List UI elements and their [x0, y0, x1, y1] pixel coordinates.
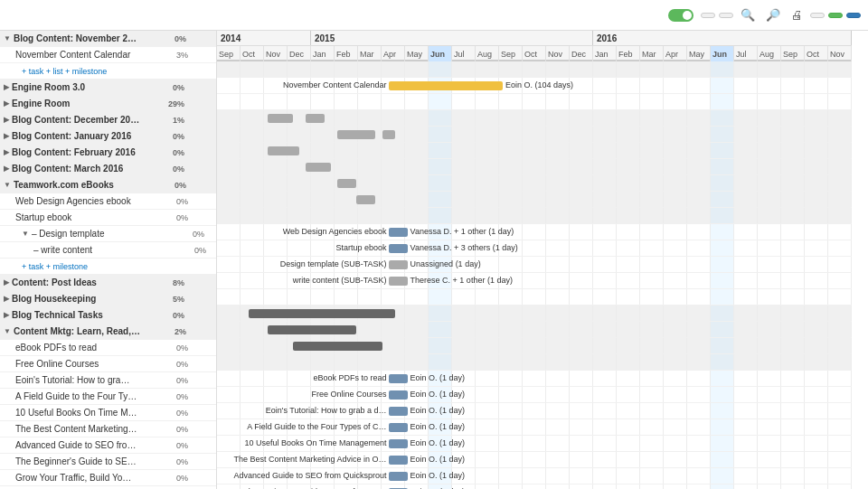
gantt-grid-cell: [593, 110, 617, 126]
task-row[interactable]: ▶ Blog Technical Tasks 0%: [0, 307, 216, 324]
help-button[interactable]: [810, 13, 825, 18]
gantt-grid-cell: [640, 127, 664, 142]
task-row[interactable]: eBook PDFs to read 0%: [0, 340, 216, 356]
gantt-grid-cell: [640, 240, 664, 256]
save-changes-button[interactable]: [828, 13, 843, 18]
gantt-grid-cell: [664, 110, 687, 126]
task-percent-label: 0%: [168, 213, 188, 222]
gantt-bar-label-right: Eoin O. (1 day): [410, 422, 466, 431]
gantt-grid-cell: [734, 257, 758, 272]
gantt-bar[interactable]: [389, 472, 408, 481]
task-row[interactable]: ▶ Engine Room 3.0 0%: [0, 80, 216, 96]
gantt-grid-cell: [358, 143, 382, 158]
gantt-bar[interactable]: [268, 146, 299, 155]
gantt-grid-cell: [687, 403, 711, 418]
gantt-bar[interactable]: [382, 130, 395, 139]
gantt-bar[interactable]: [389, 407, 408, 416]
gantt-grid-cell: [523, 354, 546, 370]
gantt-bar[interactable]: [389, 456, 408, 465]
gantt-grid-cell: [570, 403, 593, 418]
gantt-bar[interactable]: [389, 228, 408, 237]
task-row[interactable]: Advanced Guide to SEO fro… 0%: [0, 437, 216, 454]
gantt-bar[interactable]: [389, 260, 408, 269]
show-all-button[interactable]: [719, 13, 733, 18]
task-row[interactable]: Eoin's Tutorial: How to gra… 0%: [0, 372, 216, 389]
gantt-grid-cell: [546, 159, 570, 174]
gantt-bar[interactable]: [293, 342, 382, 351]
task-row[interactable]: ▼ Teamwork.com eBooks 0%: [0, 177, 216, 193]
gantt-bar[interactable]: [268, 114, 293, 123]
show-completed-button[interactable]: [701, 13, 715, 18]
gantt-grid-cell: [640, 436, 664, 451]
gantt-grid-cell: [805, 257, 828, 272]
gantt-panel[interactable]: 201420152016SepOctNovDecJanFebMarAprMayJ…: [217, 31, 868, 489]
gantt-grid-cell: [664, 159, 687, 174]
gantt-bar[interactable]: [356, 195, 375, 204]
task-row[interactable]: Startup ebook 0%: [0, 210, 216, 226]
task-row[interactable]: A Field Guide to the Four Ty… 0%: [0, 389, 216, 405]
print-icon[interactable]: 🖨: [788, 6, 807, 24]
gantt-grid-cell: [217, 322, 241, 337]
gantt-bar[interactable]: [306, 114, 325, 123]
gantt-month-label: Sep: [499, 46, 523, 61]
task-percent-label: 0%: [168, 425, 188, 434]
task-row[interactable]: ▼ Blog Content: November 2… 0%: [0, 31, 216, 47]
task-row[interactable]: ▶ Blog Housekeeping 5%: [0, 291, 216, 307]
gantt-bar[interactable]: [389, 423, 408, 432]
task-row[interactable]: Free Online Courses 0%: [0, 356, 216, 372]
gantt-grid-cell: [405, 208, 429, 223]
task-row[interactable]: ▶ Content: Post Ideas 8%: [0, 275, 216, 291]
search-icon[interactable]: 🔍: [737, 6, 759, 24]
gantt-grid-cell: [781, 208, 805, 223]
task-row[interactable]: ▶ Engine Room 29%: [0, 96, 216, 112]
gantt-bar[interactable]: [337, 179, 356, 188]
gantt-row: [217, 322, 852, 338]
gantt-bar[interactable]: [337, 130, 375, 139]
task-row[interactable]: 10 Useful Books On Time M… 0%: [0, 405, 216, 421]
gantt-grid-cell: [593, 61, 617, 77]
gantt-grid-cell: [781, 143, 805, 158]
gantt-grid-cell: [452, 110, 476, 126]
task-row[interactable]: ▼ Content Mktg: Learn, Read,… 2%: [0, 324, 216, 340]
gantt-bar[interactable]: [268, 325, 356, 334]
gantt-grid-cell: [664, 94, 687, 109]
task-row[interactable]: – write content 0%: [0, 242, 216, 259]
task-row[interactable]: ▶ Blog Content: March 2016 0%: [0, 161, 216, 177]
task-row[interactable]: The Best Content Marketing… 0%: [0, 421, 216, 437]
task-name-label: Eoin's Tutorial: How to gra…: [15, 375, 165, 385]
gantt-grid-cell: [640, 306, 664, 321]
task-row[interactable]: Grow Your Traffic, Build Yo… 0%: [0, 470, 216, 486]
zoom-out-icon[interactable]: 🔎: [762, 6, 784, 24]
task-row[interactable]: ▶ Blog Content: December 20… 1%: [0, 112, 216, 128]
gantt-grid-cell: [382, 208, 405, 223]
gantt-bar[interactable]: [249, 309, 394, 318]
task-row[interactable]: The Beginner's Guide to SE… 0%: [0, 454, 216, 470]
gantt-bar[interactable]: [389, 277, 408, 286]
gantt-grid-cell: [781, 289, 805, 305]
gantt-bar[interactable]: [389, 244, 408, 253]
autosave-toggle[interactable]: [668, 9, 693, 22]
gantt-bar[interactable]: [389, 81, 503, 90]
task-row[interactable]: ▶ Blog Content: February 2016 0%: [0, 145, 216, 161]
task-row[interactable]: November Content Calendar 3%: [0, 47, 216, 63]
gantt-grid-cell: [805, 419, 828, 435]
gantt-grid-cell: [781, 78, 805, 93]
task-row[interactable]: ▼ – Design template 0%: [0, 226, 216, 242]
gantt-grid-cell: [593, 208, 617, 223]
gantt-grid-cell: [593, 436, 617, 451]
pin-button[interactable]: [846, 13, 861, 18]
add-task-link[interactable]: + task + list + milestone: [22, 67, 107, 76]
gantt-bar[interactable]: [306, 163, 331, 172]
gantt-bar[interactable]: [389, 439, 408, 448]
gantt-bar[interactable]: [389, 374, 408, 383]
gantt-bar[interactable]: [389, 390, 408, 400]
gantt-bar-label-right: Eoin O. (1 day): [410, 438, 466, 447]
gantt-grid-cell: [664, 403, 687, 418]
gantt-grid-cell: [805, 240, 828, 256]
gantt-grid-cell: [217, 110, 241, 126]
task-row[interactable]: Web Design Agencies ebook 0%: [0, 193, 216, 210]
task-row[interactable]: ▶ Blog Content: January 2016 0%: [0, 128, 216, 145]
gantt-grid-cell: [382, 338, 405, 353]
gantt-grid-cell: [734, 338, 758, 353]
add-task-link[interactable]: + task + milestone: [22, 262, 88, 271]
